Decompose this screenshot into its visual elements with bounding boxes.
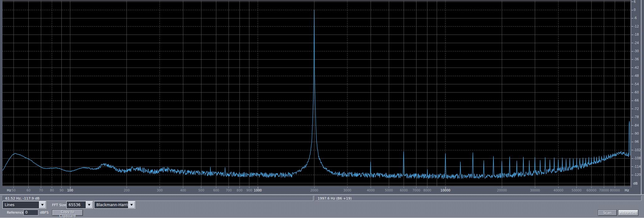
freq-tick [239,187,240,188]
freq-tick [427,187,427,188]
db-tick-label: -96 [634,140,639,143]
window-function-value: Blackmann-Harris [94,201,128,208]
freq-tick [502,187,502,188]
freq-tick-label: 200 [117,189,136,192]
freq-tick-label: 8000 [418,189,437,192]
db-tick-label: -12 [634,25,639,28]
status-readout-peak: 1997.6 Hz (B6 +19) [315,196,642,201]
freq-tick-label: 100 [61,189,79,192]
db-tick-label: -72 [634,107,639,111]
dbfs-unit-label: dBFS [40,211,49,215]
db-tick-label: -102 [634,148,641,152]
db-tick-label: -54 [634,82,639,86]
display-mode-select[interactable]: Lines [2,201,46,209]
db-axis: dB 60-6-12-18-24-30-36-42-48-54-60-66-72… [630,0,644,194]
freq-tick-label: 20000 [493,189,511,192]
fft-size-select[interactable]: 65536 [66,201,93,209]
freq-tick [558,187,559,188]
db-tick [632,175,633,175]
freq-tick [160,187,160,188]
freq-tick [201,187,201,188]
frequency-axis: Hz Hz 5060708090100200300400500600700800… [2,186,630,194]
db-unit-label: dB [633,181,638,186]
window-function-select[interactable]: Blackmann-Harris [94,201,135,209]
freq-tick [371,187,371,188]
freq-tick-label: 80000 [606,189,624,192]
freq-tick-label: 2000 [305,189,324,192]
window-right-edge [641,0,642,194]
freq-tick [576,187,577,188]
db-tick [632,51,633,52]
db-tick-label: -42 [634,66,639,69]
freq-tick [404,187,404,188]
db-tick [632,59,633,60]
fft-size-value: 65536 [67,201,86,208]
db-tick-label: -6 [634,16,637,20]
db-tick-label: 6 [634,0,636,3]
freq-tick [61,187,62,188]
freq-tick-label: 10000 [436,189,455,192]
db-tick-label: -114 [634,165,641,168]
control-panel: 61.52 Hz, -117.9 dB 1997.6 Hz (B6 +19) L… [0,194,644,218]
db-tick [632,35,633,35]
scan-button[interactable]: Scan [598,210,617,216]
advanced-button[interactable]: Advanced [618,210,638,216]
db-tick [632,101,633,101]
db-tick-label: -36 [634,57,639,61]
chevron-down-icon[interactable] [128,201,135,208]
db-tick [632,26,633,27]
fft-size-label: FFT Size [52,203,66,207]
freq-tick [347,187,348,188]
reference-input[interactable]: 0 [23,210,38,216]
db-tick-label: -78 [634,115,639,119]
freq-tick [216,187,216,188]
spectrum-svg [2,1,630,186]
freq-tick [604,187,604,188]
freq-tick [389,187,389,188]
freq-tick [615,187,615,188]
db-tick [632,109,633,109]
db-tick [632,125,633,126]
freq-tick-label: 40000 [549,189,568,192]
db-tick [632,134,633,134]
db-tick [632,142,633,142]
db-tick-label: -66 [634,99,639,102]
display-mode-value: Lines [3,201,39,208]
hz-unit-label-right: Hz [625,188,629,192]
freq-tick [535,187,535,188]
freq-tick-label: 400 [174,189,192,192]
chevron-down-icon[interactable] [86,201,93,208]
frequency-analysis-window: dB 60-6-12-18-24-30-36-42-48-54-60-66-72… [0,0,644,218]
db-tick [632,92,633,93]
freq-tick [13,187,14,188]
db-tick-label: -60 [634,91,639,94]
db-tick [632,117,633,117]
freq-tick [183,187,183,188]
chevron-down-icon[interactable] [39,201,46,208]
db-tick-label: 0 [634,8,636,12]
db-tick [632,84,633,84]
freq-tick [416,187,416,188]
db-tick [632,67,633,68]
status-readout-cursor: 61.52 Hz, -117.9 dB [2,196,313,201]
freq-tick-label: 4000 [361,189,380,192]
freq-tick [52,187,52,188]
reference-label: Reference [7,211,24,215]
db-tick-label: -84 [634,124,639,127]
spectrum-trace [2,10,630,179]
db-tick-label: -48 [634,74,639,77]
copy-to-clipboard-button[interactable]: Copy to Clipboard [52,210,83,216]
db-tick-label: -18 [634,33,639,36]
freq-tick-label: 300 [150,189,169,192]
gridlines [2,1,630,186]
db-tick [632,158,633,159]
db-tick-label: -24 [634,41,639,45]
db-tick [632,18,633,18]
db-tick [632,76,633,76]
spectrum-plot-area[interactable] [2,1,630,186]
freq-tick [127,187,127,188]
freq-tick [249,187,249,188]
freq-tick-label: 3000 [338,189,357,192]
freq-tick [28,187,29,188]
db-tick [632,2,633,2]
